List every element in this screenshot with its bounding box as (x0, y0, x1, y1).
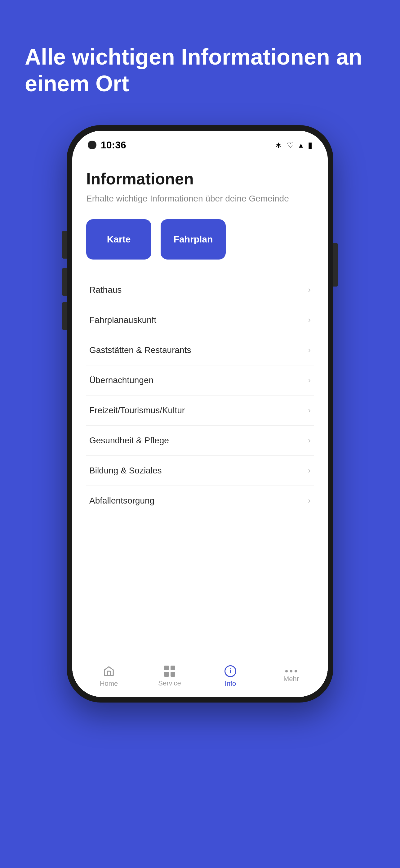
app-content: Informationen Erhalte wichtige Informati… (72, 154, 328, 697)
menu-item-bildung[interactable]: Bildung & Soziales › (86, 456, 314, 486)
app-scroll-area: Informationen Erhalte wichtige Informati… (72, 154, 328, 659)
chevron-icon-gaststaetten: › (308, 345, 311, 355)
wifi-icon: ▴ (299, 140, 303, 150)
nav-item-home[interactable]: Home (90, 665, 128, 688)
status-icons: ∗ ♡ ▴ ▮ (275, 140, 312, 150)
nav-label-info: Info (225, 680, 236, 688)
nav-label-mehr: Mehr (284, 675, 299, 683)
dots-icon (285, 670, 297, 673)
nav-label-service: Service (158, 679, 181, 687)
nav-item-info[interactable]: i Info (212, 665, 249, 688)
chevron-icon-gesundheit: › (308, 436, 311, 445)
menu-item-rathaus[interactable]: Rathaus › (86, 275, 314, 305)
menu-item-uebernachtungen[interactable]: Übernachtungen › (86, 365, 314, 396)
app-title: Informationen (86, 169, 314, 188)
chevron-icon-rathaus: › (308, 285, 311, 294)
status-time: 10:36 (88, 140, 126, 151)
battery-icon: ▮ (308, 140, 312, 150)
karte-button[interactable]: Karte (86, 219, 151, 259)
menu-item-fahrplanauskunft[interactable]: Fahrplanauskunft › (86, 305, 314, 335)
camera-dot (88, 141, 96, 149)
bell-icon: ♡ (287, 140, 294, 150)
menu-item-freizeit[interactable]: Freizeit/Tourismus/Kultur › (86, 396, 314, 426)
chevron-icon-uebernachtungen: › (308, 375, 311, 385)
vol-button-1 (62, 268, 67, 296)
bottom-nav: Home Service (72, 659, 328, 697)
home-icon (103, 665, 115, 677)
menu-item-abfall[interactable]: Abfallentsorgung › (86, 486, 314, 516)
bluetooth-icon: ∗ (275, 140, 282, 150)
status-bar: 10:36 ∗ ♡ ▴ ▮ (72, 131, 328, 154)
hero-title: Alle wichtigen Informationen an einem Or… (25, 43, 375, 97)
phone-frame: 10:36 ∗ ♡ ▴ ▮ Informationen Erhalte wich… (67, 125, 333, 703)
action-buttons-row: Karte Fahrplan (86, 219, 314, 259)
phone-screen: 10:36 ∗ ♡ ▴ ▮ Informationen Erhalte wich… (72, 131, 328, 697)
menu-item-gesundheit[interactable]: Gesundheit & Pflege › (86, 426, 314, 456)
app-subtitle: Erhalte wichtige Informationen über dein… (86, 194, 314, 204)
nav-item-service[interactable]: Service (151, 665, 188, 687)
chevron-icon-fahrplan: › (308, 315, 311, 325)
hero-section: Alle wichtigen Informationen an einem Or… (0, 0, 400, 116)
menu-list: Rathaus › Fahrplanauskunft › Gaststätten… (86, 275, 314, 516)
chevron-icon-freizeit: › (308, 405, 311, 415)
nav-label-home: Home (100, 680, 118, 688)
grid-icon (164, 665, 175, 677)
info-circle-icon: i (225, 665, 236, 677)
vol-button-2 (62, 302, 67, 330)
nav-item-mehr[interactable]: Mehr (272, 670, 310, 683)
chevron-icon-bildung: › (308, 466, 311, 475)
fahrplan-button[interactable]: Fahrplan (161, 219, 226, 259)
menu-item-gaststaetten[interactable]: Gaststätten & Restaurants › (86, 335, 314, 365)
chevron-icon-abfall: › (308, 496, 311, 505)
